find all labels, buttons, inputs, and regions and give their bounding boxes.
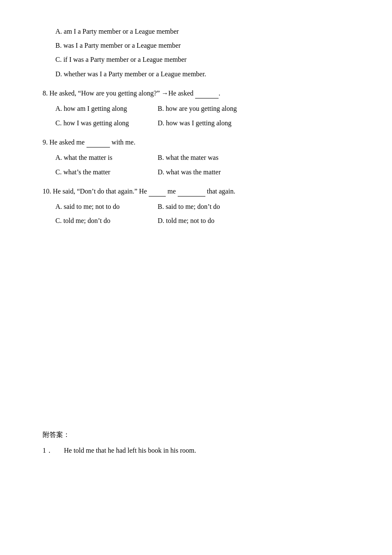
question-8-option-c: C. how I was getting along bbox=[55, 117, 141, 129]
option-row-c: C. if I was a Party member or a League m… bbox=[55, 54, 358, 65]
question-8-option-a: A. how am I getting along bbox=[55, 103, 141, 114]
question-9-options-row1: A. what the matter is B. what the mater … bbox=[55, 152, 358, 163]
question-8-option-d: D. how was I getting along bbox=[158, 117, 243, 129]
options-block-abcd: A. am I a Party member or a League membe… bbox=[43, 26, 358, 80]
blank-8 bbox=[195, 87, 219, 99]
question-9-options-row2: C. what’s the matter D. what was the mat… bbox=[55, 166, 358, 178]
option-a: A. am I a Party member or a League membe… bbox=[55, 26, 179, 37]
blank-10a bbox=[149, 185, 166, 197]
question-10-option-d: D. told me; not to do bbox=[158, 215, 243, 226]
question-10-option-c: C. told me; don’t do bbox=[55, 215, 141, 226]
question-8: 8. He asked, “How are you getting along?… bbox=[43, 87, 358, 129]
option-row-a: A. am I a Party member or a League membe… bbox=[55, 26, 358, 37]
question-10-stem: 10. He said, “Don’t do that again.” He m… bbox=[43, 185, 358, 197]
option-d: D. whether was I a Party member or a Lea… bbox=[55, 68, 206, 80]
question-9-option-d: D. what was the matter bbox=[158, 166, 243, 178]
question-9-option-a: A. what the matter is bbox=[55, 152, 141, 163]
question-9-option-c: C. what’s the matter bbox=[55, 166, 141, 178]
question-9: 9. He asked me with me. A. what the matt… bbox=[43, 136, 358, 178]
question-8-stem: 8. He asked, “How are you getting along?… bbox=[43, 87, 358, 99]
question-10-options-row2: C. told me; don’t do D. told me; not to … bbox=[55, 215, 358, 226]
question-8-options-row1: A. how am I getting along B. how are you… bbox=[55, 103, 358, 114]
question-10-option-a: A. said to me; not to do bbox=[55, 201, 141, 212]
blank-10b bbox=[178, 185, 205, 197]
answer-1-num: 1． bbox=[43, 445, 55, 456]
answer-section-label: 附答案： bbox=[43, 431, 358, 439]
option-row-d: D. whether was I a Party member or a Lea… bbox=[55, 68, 358, 80]
question-9-option-b: B. what the mater was bbox=[158, 152, 243, 163]
question-8-option-b: B. how are you getting along bbox=[158, 103, 243, 114]
spacer bbox=[43, 234, 358, 413]
question-8-options-row2: C. how I was getting along D. how was I … bbox=[55, 117, 358, 129]
option-b: B. was I a Party member or a League memb… bbox=[55, 40, 181, 51]
question-10: 10. He said, “Don’t do that again.” He m… bbox=[43, 185, 358, 227]
question-10-options-row1: A. said to me; not to do B. said to me; … bbox=[55, 201, 358, 212]
option-row-b: B. was I a Party member or a League memb… bbox=[55, 40, 358, 51]
option-c: C. if I was a Party member or a League m… bbox=[55, 54, 187, 65]
blank-9 bbox=[86, 136, 110, 148]
answer-1-text: He told me that he had left his book in … bbox=[64, 445, 196, 456]
question-9-stem: 9. He asked me with me. bbox=[43, 136, 358, 148]
answer-1: 1． He told me that he had left his book … bbox=[43, 445, 358, 456]
question-10-option-b: B. said to me; don’t do bbox=[158, 201, 243, 212]
